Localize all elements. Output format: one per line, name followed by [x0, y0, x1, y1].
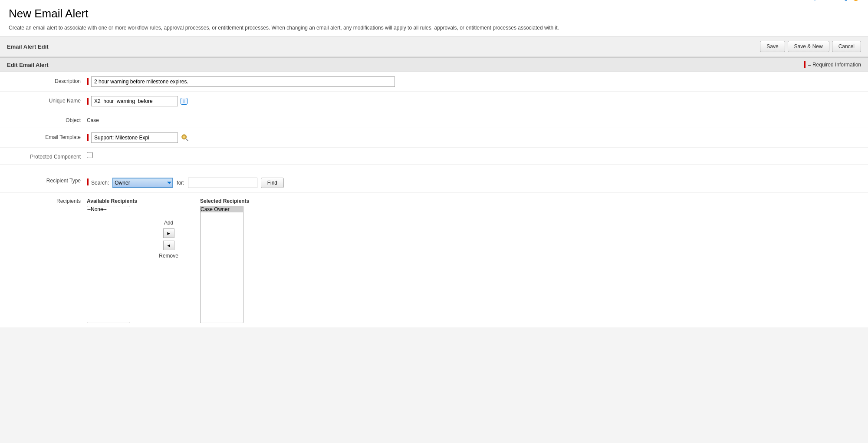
recipient-type-select[interactable]: Owner Role User Email Field Creator Acco…: [112, 178, 173, 188]
recipient-type-row: Recipient Type Search: Owner Role User E…: [0, 172, 868, 193]
recipient-type-field: Search: Owner Role User Email Field Crea…: [87, 176, 859, 188]
recipient-type-select-wrapper: Owner Role User Email Field Creator Acco…: [112, 178, 173, 188]
help-link[interactable]: Help for this Page ?: [806, 0, 859, 1]
selected-recipients-section: Selected Recipients Case Owner: [200, 198, 249, 323]
section-header: Edit Email Alert = Required Information: [0, 57, 868, 72]
toolbar: Email Alert Edit Save Save & New Cancel: [0, 36, 868, 57]
add-button[interactable]: ►: [163, 228, 174, 238]
protected-component-field: [87, 152, 859, 158]
description-input[interactable]: [91, 76, 395, 87]
selected-item-0[interactable]: Case Owner: [201, 206, 243, 212]
page-title: New Email Alert: [9, 7, 859, 20]
email-template-input[interactable]: [91, 132, 178, 143]
available-recipients-section: Available Recipients --None--: [87, 198, 137, 323]
unique-name-field: i: [87, 96, 859, 106]
available-item-0[interactable]: --None--: [87, 206, 130, 212]
for-input[interactable]: [188, 178, 257, 188]
object-field: Case: [87, 116, 859, 123]
recipients-row: Recipients Available Recipients --None--…: [0, 193, 868, 328]
recipients-controls: Available Recipients --None-- Add ► ◄ Re…: [87, 196, 249, 323]
unique-name-info-icon[interactable]: i: [181, 98, 187, 105]
description-label: Description: [9, 76, 87, 84]
help-link-text: Help for this Page: [806, 0, 851, 1]
for-label: for:: [177, 180, 184, 186]
protected-component-label: Protected Component: [9, 152, 87, 160]
recipient-type-required-indicator: [87, 179, 89, 185]
description-field: [87, 76, 859, 87]
help-icon: ?: [852, 0, 859, 1]
unique-name-row: Unique Name i: [0, 92, 868, 111]
description-row: Description: [0, 72, 868, 92]
email-template-field: [87, 132, 859, 143]
page-header: Help for this Page ? New Email Alert Cre…: [0, 0, 868, 36]
recipients-label: Recipients: [9, 196, 87, 204]
required-legend-text: = Required Information: [808, 62, 861, 68]
recipient-type-label: Recipient Type: [9, 176, 87, 184]
email-template-row: Email Template: [0, 128, 868, 148]
spacer: [0, 165, 868, 172]
required-bar-icon: [804, 61, 806, 68]
protected-component-checkbox[interactable]: [87, 152, 93, 158]
toolbar-title: Email Alert Edit: [7, 43, 49, 50]
unique-name-input[interactable]: [91, 96, 178, 106]
email-template-required-indicator: [87, 134, 89, 141]
page-description: Create an email alert to associate with …: [9, 24, 859, 32]
toolbar-buttons: Save Save & New Cancel: [760, 41, 861, 52]
save-button[interactable]: Save: [760, 41, 785, 52]
find-button[interactable]: Find: [261, 178, 284, 188]
selected-recipients-listbox[interactable]: Case Owner: [200, 206, 243, 323]
section-title: Edit Email Alert: [7, 62, 49, 68]
available-recipients-listbox[interactable]: --None--: [87, 206, 130, 323]
email-template-label: Email Template: [9, 132, 87, 140]
svg-line-1: [186, 139, 188, 141]
add-remove-section: Add ► ◄ Remove: [159, 198, 178, 259]
recipient-type-controls: Search: Owner Role User Email Field Crea…: [91, 176, 284, 188]
save-new-button[interactable]: Save & New: [788, 41, 829, 52]
object-value: Case: [87, 116, 99, 123]
object-label: Object: [9, 116, 87, 123]
remove-button[interactable]: ◄: [163, 241, 174, 250]
remove-label: Remove: [159, 253, 178, 259]
object-row: Object Case: [0, 111, 868, 128]
email-template-lookup-icon[interactable]: [181, 133, 189, 142]
recipients-field: Available Recipients --None-- Add ► ◄ Re…: [87, 196, 859, 323]
svg-point-2: [183, 136, 185, 138]
description-required-indicator: [87, 78, 89, 85]
form-body: Description Unique Name i Object Case Em…: [0, 72, 868, 328]
unique-name-label: Unique Name: [9, 96, 87, 104]
selected-recipients-label: Selected Recipients: [200, 198, 249, 204]
add-label: Add: [164, 220, 173, 226]
required-legend: = Required Information: [804, 61, 861, 68]
cancel-button[interactable]: Cancel: [832, 41, 861, 52]
protected-component-row: Protected Component: [0, 148, 868, 165]
search-label: Search:: [91, 180, 109, 186]
unique-name-required-indicator: [87, 98, 89, 105]
available-recipients-label: Available Recipients: [87, 198, 137, 204]
